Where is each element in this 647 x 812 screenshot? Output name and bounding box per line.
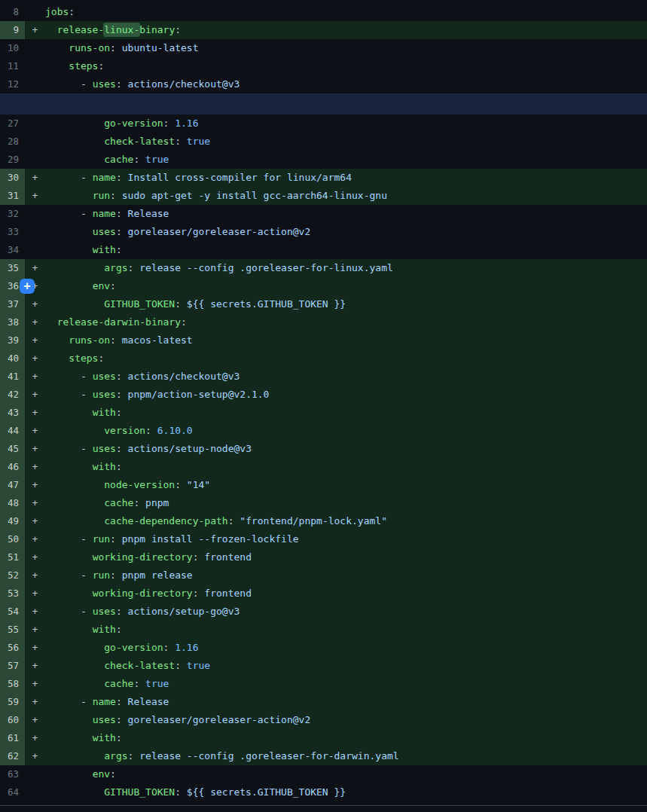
- diff-marker: +: [25, 295, 45, 313]
- line-number[interactable]: 30: [0, 169, 25, 187]
- code-token: :: [116, 461, 122, 472]
- line-number[interactable]: 46: [0, 458, 25, 476]
- line-number[interactable]: 42: [0, 386, 25, 404]
- diff-row: 44+ version: 6.10.0: [0, 422, 647, 440]
- line-number[interactable]: 10: [0, 39, 25, 57]
- diff-row: 64 GITHUB_TOKEN: ${{ secrets.GITHUB_TOKE…: [0, 783, 647, 801]
- diff-row: 11 steps:: [0, 57, 647, 75]
- diff-row: 35+ args: release --config .goreleaser-f…: [0, 259, 647, 277]
- line-number[interactable]: 35: [0, 259, 25, 277]
- line-number[interactable]: 64: [0, 783, 25, 801]
- code-token: :: [98, 60, 104, 72]
- line-number[interactable]: 27: [0, 114, 25, 133]
- code-line: with:: [45, 621, 647, 639]
- line-number[interactable]: 29: [0, 151, 25, 169]
- code-token: :: [110, 280, 116, 292]
- diff-marker: +: [25, 386, 45, 404]
- code-line: steps:: [45, 57, 647, 75]
- line-number[interactable]: 58: [0, 675, 25, 693]
- diff-marker: +: [25, 693, 45, 711]
- line-number[interactable]: 45: [0, 440, 25, 458]
- add-line-comment-button[interactable]: +: [20, 279, 35, 294]
- hunk-expander-row[interactable]: [0, 93, 647, 114]
- line-number[interactable]: 57: [0, 657, 25, 675]
- line-number[interactable]: 8: [0, 3, 25, 21]
- line-number[interactable]: 38: [0, 313, 25, 331]
- line-number[interactable]: 33: [0, 223, 25, 241]
- diff-row: 43+ with:: [0, 404, 647, 422]
- code-indent: [45, 533, 81, 545]
- code-token: :: [193, 551, 199, 563]
- line-number[interactable]: 47: [0, 476, 25, 494]
- code-token: run: [93, 190, 110, 201]
- code-line: version: 6.10.0: [45, 422, 647, 440]
- line-number[interactable]: 51: [0, 548, 25, 566]
- code-line: - run: pnpm release: [45, 566, 647, 585]
- line-number[interactable]: 49: [0, 512, 25, 530]
- line-number[interactable]: 12: [0, 75, 25, 93]
- code-token: macos-latest: [116, 334, 193, 346]
- line-number[interactable]: 52: [0, 566, 25, 585]
- code-indent: [45, 606, 81, 617]
- diff-marker: [25, 57, 45, 75]
- diff-marker: +: [25, 368, 45, 386]
- code-line: check-latest: true: [45, 657, 647, 675]
- line-number[interactable]: 28: [0, 133, 25, 151]
- code-line: working-directory: frontend: [45, 585, 647, 603]
- code-indent: [45, 226, 93, 237]
- word-diff-highlight: linux-: [103, 23, 140, 37]
- line-number[interactable]: 40: [0, 350, 25, 368]
- code-token: -: [81, 569, 93, 581]
- diff-row: 42+ - uses: pnpm/action-setup@v2.1.0: [0, 386, 647, 404]
- line-number[interactable]: 43: [0, 404, 25, 422]
- line-number[interactable]: 41: [0, 368, 25, 386]
- line-number[interactable]: 54: [0, 603, 25, 621]
- line-number[interactable]: 62: [0, 747, 25, 765]
- code-line: with:: [45, 458, 647, 476]
- diff-row: 46+ with:: [0, 458, 647, 476]
- code-indent: [45, 316, 57, 328]
- line-number[interactable]: 56: [0, 639, 25, 657]
- code-line: run: sudo apt-get -y install gcc-aarch64…: [45, 187, 647, 205]
- code-token: true: [139, 678, 169, 689]
- code-token: "14": [181, 479, 210, 490]
- code-indent: [45, 425, 104, 436]
- line-number[interactable]: 39: [0, 331, 25, 350]
- code-token: Release: [122, 208, 169, 219]
- line-number[interactable]: 59: [0, 693, 25, 711]
- diff-row: 54+ - uses: actions/setup-go@v3: [0, 603, 647, 621]
- line-number[interactable]: 34: [0, 241, 25, 259]
- line-number[interactable]: 32: [0, 205, 25, 223]
- diff-row: 29 cache: true: [0, 151, 647, 169]
- code-line: with:: [45, 241, 647, 259]
- code-token: Release: [122, 696, 169, 707]
- line-number[interactable]: 63: [0, 765, 25, 783]
- code-indent: [45, 479, 104, 490]
- line-number[interactable]: 11: [0, 57, 25, 75]
- line-number[interactable]: 9: [0, 21, 25, 39]
- line-number[interactable]: 37: [0, 295, 25, 313]
- diff-row: 37+ GITHUB_TOKEN: ${{ secrets.GITHUB_TOK…: [0, 295, 647, 313]
- code-indent: [45, 732, 93, 743]
- line-number[interactable]: 60: [0, 711, 25, 729]
- code-line: with:: [45, 404, 647, 422]
- code-line: go-version: 1.16: [45, 639, 647, 657]
- diff-row: 52+ - run: pnpm release: [0, 566, 647, 585]
- code-token: Install cross-compiler for linux/arm64: [122, 172, 352, 183]
- code-token: :: [175, 136, 181, 147]
- code-token: :: [116, 696, 122, 707]
- code-token: :: [193, 588, 199, 599]
- line-number[interactable]: 48: [0, 494, 25, 512]
- code-token: :: [98, 353, 104, 364]
- line-number[interactable]: 31: [0, 187, 25, 205]
- diff-row: 34 with:: [0, 241, 647, 259]
- code-indent: [45, 371, 81, 382]
- line-number[interactable]: 44: [0, 422, 25, 440]
- code-indent: [45, 244, 93, 255]
- line-number[interactable]: 61: [0, 729, 25, 747]
- line-number[interactable]: 50: [0, 530, 25, 548]
- code-token: pnpm release: [116, 569, 193, 581]
- line-number[interactable]: 53: [0, 585, 25, 603]
- code-token: :: [175, 479, 181, 490]
- line-number[interactable]: 55: [0, 621, 25, 639]
